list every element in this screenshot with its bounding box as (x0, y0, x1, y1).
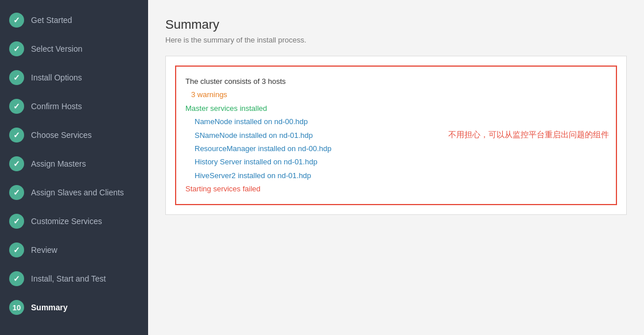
step-circle-install-options: ✓ (9, 70, 24, 85)
sidebar-label-assign-slaves: Assign Slaves and Clients (31, 188, 124, 197)
step-circle-select-version: ✓ (9, 41, 24, 56)
summary-box: The cluster consists of 3 hosts3 warning… (165, 56, 627, 215)
step-circle-install-start-test: ✓ (9, 271, 24, 286)
sidebar-item-summary[interactable]: 10Summary (0, 293, 148, 322)
step-circle-confirm-hosts: ✓ (9, 99, 24, 114)
sidebar-item-assign-slaves[interactable]: ✓Assign Slaves and Clients (0, 178, 148, 207)
sidebar-label-customize-services: Customize Services (31, 217, 102, 226)
summary-line-6: History Server installed on nd-01.hdp (185, 155, 607, 168)
step-circle-customize-services: ✓ (9, 214, 24, 229)
sidebar-label-choose-services: Choose Services (31, 130, 92, 140)
page-title: Summary (165, 17, 627, 32)
summary-line-8: Starting services failed (185, 182, 607, 195)
chinese-note: 不用担心，可以从监控平台重启出问题的组件 (448, 130, 609, 140)
sidebar-label-install-start-test: Install, Start and Test (31, 274, 106, 283)
sidebar-item-install-start-test[interactable]: ✓Install, Start and Test (0, 264, 148, 293)
summary-line-0: The cluster consists of 3 hosts (185, 75, 607, 88)
summary-line-5: ResourceManager installed on nd-00.hdp (185, 142, 607, 155)
sidebar-label-summary: Summary (31, 303, 68, 312)
sidebar-label-review: Review (31, 245, 57, 255)
sidebar-item-choose-services[interactable]: ✓Choose Services (0, 121, 148, 149)
step-circle-review: ✓ (9, 242, 24, 257)
step-circle-assign-slaves: ✓ (9, 185, 24, 200)
summary-line-7: HiveServer2 installed on nd-01.hdp (185, 169, 607, 182)
summary-line-2: Master services installed (185, 102, 607, 115)
sidebar-label-install-options: Install Options (31, 73, 82, 82)
page-subtitle: Here is the summary of the install proce… (165, 36, 627, 44)
sidebar-item-confirm-hosts[interactable]: ✓Confirm Hosts (0, 92, 148, 121)
step-circle-summary: 10 (9, 300, 24, 315)
sidebar-label-confirm-hosts: Confirm Hosts (31, 102, 82, 111)
sidebar: ✓Get Started✓Select Version✓Install Opti… (0, 0, 148, 335)
sidebar-item-customize-services[interactable]: ✓Customize Services (0, 207, 148, 236)
sidebar-label-get-started: Get Started (31, 16, 72, 25)
sidebar-item-review[interactable]: ✓Review (0, 236, 148, 264)
sidebar-label-assign-masters: Assign Masters (31, 159, 86, 168)
step-circle-assign-masters: ✓ (9, 156, 24, 171)
sidebar-item-install-options[interactable]: ✓Install Options (0, 63, 148, 92)
summary-line-1: 3 warnings (185, 88, 607, 101)
sidebar-item-select-version[interactable]: ✓Select Version (0, 34, 148, 63)
main-content: Summary Here is the summary of the insta… (148, 0, 644, 335)
step-circle-get-started: ✓ (9, 13, 24, 28)
sidebar-label-select-version: Select Version (31, 44, 83, 53)
summary-line-3: NameNode installed on nd-00.hdp (185, 115, 607, 128)
sidebar-item-assign-masters[interactable]: ✓Assign Masters (0, 149, 148, 178)
sidebar-item-get-started[interactable]: ✓Get Started (0, 6, 148, 34)
step-circle-choose-services: ✓ (9, 128, 24, 143)
